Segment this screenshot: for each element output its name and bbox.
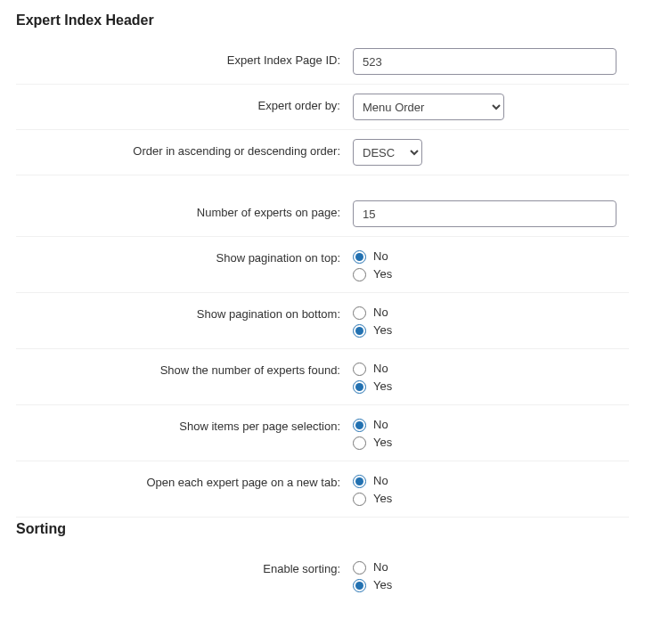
- radio-items-sel-no[interactable]: [353, 419, 366, 432]
- option-yes: Yes: [373, 490, 392, 508]
- option-yes: Yes: [373, 576, 392, 594]
- label-per-page: Number of experts on page:: [16, 200, 353, 219]
- radio-pag-bottom-yes[interactable]: [353, 324, 366, 338]
- option-yes: Yes: [373, 434, 392, 452]
- option-yes: Yes: [373, 322, 392, 339]
- row-order-dir: Order in ascending or descending order: …: [16, 130, 629, 175]
- row-pag-top: Show pagination on top: No Yes: [16, 237, 629, 293]
- label-count-found: Show the number of experts found:: [16, 358, 353, 377]
- radio-pag-top-yes[interactable]: [353, 268, 366, 281]
- option-no: No: [373, 248, 388, 265]
- row-page-id: Expert Index Page ID:: [16, 39, 629, 85]
- radio-items-sel-yes[interactable]: [353, 436, 366, 450]
- radio-count-found-no[interactable]: [353, 363, 366, 376]
- option-yes: Yes: [373, 265, 392, 283]
- section-header: Expert Index Header: [16, 12, 629, 29]
- option-no: No: [373, 416, 388, 434]
- radio-pag-bottom-no[interactable]: [353, 306, 366, 320]
- select-order-by[interactable]: Menu Order: [353, 94, 504, 120]
- option-yes: Yes: [373, 378, 392, 395]
- label-new-tab: Open each expert page on a new tab:: [16, 470, 353, 489]
- row-enable-sort: Enable sorting: No Yes: [16, 548, 629, 603]
- label-order-by: Expert order by:: [16, 94, 353, 112]
- radio-count-found-yes[interactable]: [353, 380, 366, 394]
- row-per-page: Number of experts on page:: [16, 192, 629, 237]
- option-no: No: [373, 472, 388, 490]
- option-no: No: [373, 360, 388, 378]
- row-pag-bottom: Show pagination on bottom: No Yes: [16, 293, 629, 349]
- option-no: No: [373, 558, 388, 576]
- radio-enable-sort-yes[interactable]: [353, 579, 366, 592]
- input-per-page[interactable]: [353, 200, 616, 227]
- option-no: No: [373, 304, 388, 322]
- row-order-by: Expert order by: Menu Order: [16, 85, 629, 130]
- row-new-tab: Open each expert page on a new tab: No Y…: [16, 461, 629, 518]
- radio-enable-sort-no[interactable]: [353, 561, 366, 575]
- label-pag-bottom: Show pagination on bottom:: [16, 302, 353, 321]
- label-order-dir: Order in ascending or descending order:: [16, 139, 353, 158]
- radio-pag-top-no[interactable]: [353, 250, 366, 264]
- row-items-sel: Show items per page selection: No Yes: [16, 405, 629, 461]
- label-pag-top: Show pagination on top:: [16, 246, 353, 265]
- row-count-found: Show the number of experts found: No Yes: [16, 349, 629, 405]
- label-enable-sort: Enable sorting:: [16, 557, 353, 575]
- label-page-id: Expert Index Page ID:: [16, 48, 353, 67]
- input-page-id[interactable]: [353, 48, 616, 75]
- radio-new-tab-no[interactable]: [353, 475, 366, 488]
- label-items-sel: Show items per page selection:: [16, 414, 353, 433]
- select-order-dir[interactable]: DESC: [353, 139, 422, 166]
- radio-new-tab-yes[interactable]: [353, 493, 366, 506]
- section-sorting: Sorting: [16, 521, 629, 537]
